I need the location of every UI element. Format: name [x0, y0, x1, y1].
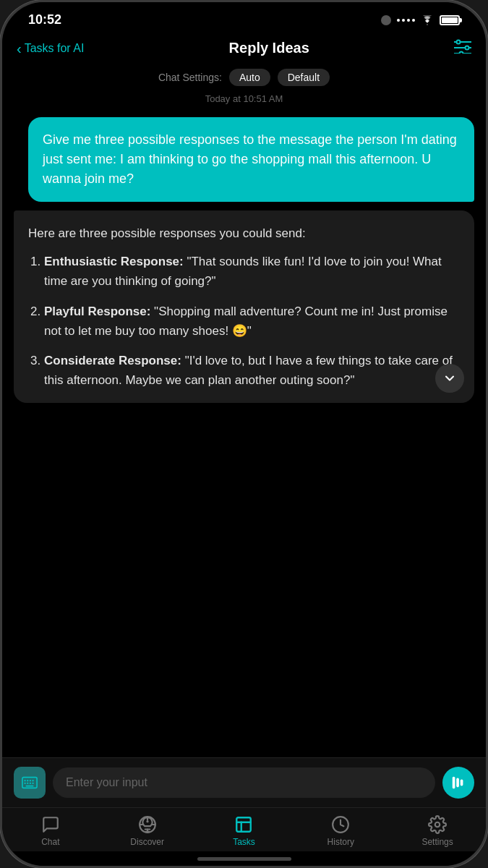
keyboard-button[interactable] [14, 767, 46, 799]
input-area: Enter your input [2, 757, 486, 807]
history-nav-icon [331, 815, 350, 834]
chat-nav-icon [41, 815, 60, 834]
chat-settings-bar: Chat Settings: Auto Default [2, 64, 486, 90]
settings-nav-icon [428, 815, 447, 834]
phone-frame: 10:52 ‹ Tasks for [0, 0, 488, 868]
nav-item-discover[interactable]: Discover [122, 815, 173, 847]
back-chevron-icon: ‹ [17, 41, 22, 56]
svg-rect-18 [461, 779, 463, 786]
status-bar: 10:52 [2, 2, 486, 33]
wifi-icon [421, 15, 434, 25]
svg-rect-16 [453, 777, 455, 789]
chat-settings-label: Chat Settings: [158, 72, 222, 83]
nav-item-history[interactable]: History [315, 815, 366, 847]
default-chip[interactable]: Default [278, 69, 330, 86]
page-title: Reply Ideas [84, 40, 454, 56]
svg-rect-25 [237, 817, 252, 832]
ai-message-bubble: Here are three possible responses you co… [14, 210, 474, 403]
discover-nav-label: Discover [130, 837, 164, 847]
tasks-nav-label: Tasks [233, 837, 255, 847]
chat-area: Give me three possible responses to the … [2, 110, 486, 757]
camera-dot-icon [381, 15, 391, 25]
chat-timestamp: Today at 10:51 AM [2, 90, 486, 110]
svg-point-3 [466, 46, 469, 50]
tasks-nav-icon [234, 815, 253, 834]
send-button[interactable] [442, 767, 474, 799]
settings-nav-label: Settings [421, 837, 453, 847]
svg-point-1 [457, 41, 461, 44]
ai-response-list: Enthusiastic Response: "That sounds like… [28, 252, 460, 390]
back-label: Tasks for AI [25, 42, 85, 55]
svg-point-29 [435, 822, 440, 827]
response-2-label: Playful Response: [44, 305, 150, 318]
bottom-nav: Chat Discover [2, 807, 486, 851]
response-1-label: Enthusiastic Response: [44, 255, 184, 268]
home-bar [197, 857, 291, 861]
ai-intro-text: Here are three possible responses you co… [28, 224, 460, 243]
battery-icon [440, 15, 460, 25]
response-3-label: Considerate Response: [44, 354, 181, 367]
filter-settings-icon[interactable] [454, 39, 471, 57]
history-nav-label: History [328, 837, 354, 847]
discover-nav-icon [138, 815, 157, 834]
list-item: Enthusiastic Response: "That sounds like… [44, 252, 460, 291]
auto-chip[interactable]: Auto [229, 69, 270, 86]
text-input[interactable]: Enter your input [53, 767, 435, 798]
status-icons [381, 15, 460, 25]
status-time: 10:52 [28, 12, 61, 27]
back-button[interactable]: ‹ Tasks for AI [17, 41, 84, 56]
home-indicator [2, 851, 486, 866]
svg-rect-17 [456, 778, 459, 788]
list-item: Playful Response: "Shopping mall adventu… [44, 302, 460, 341]
user-message-bubble: Give me three possible responses to the … [28, 117, 474, 202]
phone-screen: 10:52 ‹ Tasks for [2, 2, 486, 866]
scroll-down-button[interactable] [435, 364, 464, 393]
nav-item-tasks[interactable]: Tasks [218, 815, 269, 847]
header: ‹ Tasks for AI Reply Ideas [2, 33, 486, 64]
svg-point-5 [460, 52, 463, 54]
signal-dots-icon [397, 19, 415, 22]
nav-item-chat[interactable]: Chat [25, 815, 76, 847]
chat-nav-label: Chat [41, 837, 59, 847]
list-item: Considerate Response: "I'd love to, but … [44, 351, 460, 390]
nav-item-settings[interactable]: Settings [412, 815, 463, 847]
